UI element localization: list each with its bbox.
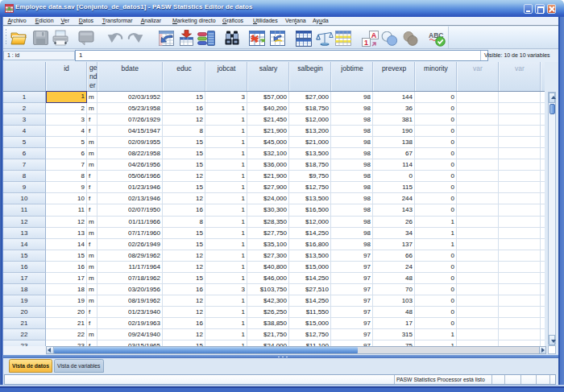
svg-text:A: A (371, 31, 377, 39)
svg-text:1: 1 (364, 39, 368, 47)
